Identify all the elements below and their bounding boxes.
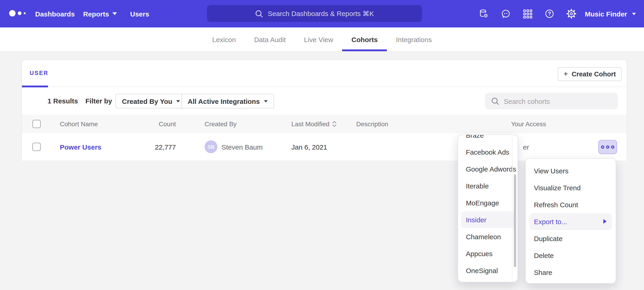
chevron-down-icon [632, 13, 636, 15]
project-switcher[interactable]: Music Finder [585, 0, 636, 28]
submenu-item-insider[interactable]: Insider [461, 211, 515, 228]
col-description[interactable]: Description [356, 115, 388, 133]
export-submenu: Braze Facebook Ads Google Adwords Iterab… [458, 134, 518, 282]
cohort-name-link[interactable]: Power Users [60, 143, 102, 151]
your-access-cell: er [523, 133, 529, 161]
tab-lexicon[interactable]: Lexicon [203, 28, 245, 51]
create-cohort-label: Create Cohort [572, 70, 616, 78]
col-last-modified[interactable]: Last Modified [292, 115, 337, 133]
last-modified-cell: Jan 6, 2021 [292, 133, 327, 161]
menu-item-duplicate[interactable]: Duplicate [526, 230, 616, 247]
submenu-item-braze[interactable]: Braze [458, 134, 518, 144]
chevron-down-icon [176, 100, 180, 102]
submenu-item-chameleon[interactable]: Chameleon [458, 228, 518, 245]
created-by-name: Steven Baum [222, 143, 262, 151]
scrollbar-thumb[interactable] [514, 174, 516, 267]
table-header: Cohort Name Count Created By Last Modifi… [22, 115, 627, 133]
tab-user-cohorts[interactable]: USER [30, 70, 48, 76]
chevron-down-icon [264, 100, 268, 102]
help-icon[interactable]: ? [538, 0, 560, 28]
menu-item-label: Export to... [534, 218, 567, 225]
nav-users-label: Users [130, 10, 149, 18]
table-row: Power Users 22,777 SB Steven Baum Jan 6,… [22, 133, 627, 161]
row-checkbox[interactable] [32, 143, 41, 151]
active-tab-underline [342, 49, 387, 51]
cohort-search [485, 93, 618, 109]
top-navbar: Dashboards Reports Users Search Dashboar… [0, 0, 644, 28]
integrations-filter-dropdown[interactable]: All Active Integrations [181, 94, 274, 108]
data-settings-icon[interactable] [473, 0, 495, 28]
ellipsis-icon [611, 146, 614, 149]
cohort-count: 22,777 [139, 133, 176, 161]
submenu-item-appcues[interactable]: Appcues [458, 245, 518, 262]
submenu-arrow-icon [603, 219, 606, 224]
global-search-placeholder: Search Dashboards & Reports ⌘K [268, 9, 374, 18]
tab-label: Data Audit [254, 36, 286, 43]
plus-icon: + [564, 70, 568, 78]
tab-label: Live View [304, 36, 333, 43]
nav-users[interactable]: Users [130, 0, 149, 28]
col-your-access[interactable]: Your Access [511, 115, 546, 133]
nav-reports-label: Reports [83, 10, 109, 18]
tab-integrations[interactable]: Integrations [387, 28, 441, 51]
tab-data-audit[interactable]: Data Audit [245, 28, 295, 51]
dropdown-value: Created By You [122, 97, 172, 105]
tab-label: Lexicon [212, 36, 236, 43]
filter-bar: 1 Results Filter by Created By You All A… [22, 87, 627, 115]
avatar: SB [204, 140, 218, 153]
menu-item-delete[interactable]: Delete [526, 247, 616, 264]
menu-item-visualize-trend[interactable]: Visualize Trend [526, 179, 616, 196]
project-name: Music Finder [585, 10, 627, 18]
col-created-by[interactable]: Created By [204, 115, 236, 133]
tab-cohorts[interactable]: Cohorts [342, 28, 387, 51]
mixpanel-logo-icon[interactable] [9, 10, 26, 17]
scrollbar-gutter [512, 135, 512, 281]
svg-text:?: ? [548, 11, 551, 17]
divider [78, 95, 78, 107]
cohorts-panel: USER + Create Cohort 1 Results Filter by… [22, 59, 627, 161]
search-icon [255, 9, 263, 18]
create-cohort-button[interactable]: + Create Cohort [558, 67, 622, 81]
select-all-checkbox[interactable] [32, 120, 41, 128]
row-actions-button[interactable] [598, 140, 617, 154]
sort-icon [332, 121, 337, 127]
cohort-type-tabstrip: USER + Create Cohort [22, 60, 627, 87]
tab-label: Cohorts [352, 36, 378, 43]
tab-live-view[interactable]: Live View [295, 28, 342, 51]
apps-grid-icon[interactable] [516, 0, 538, 28]
menu-item-share[interactable]: Share [526, 264, 616, 281]
row-context-menu: View Users Visualize Trend Refresh Count… [525, 158, 616, 283]
chevron-down-icon [112, 12, 117, 15]
dropdown-value: All Active Integrations [188, 97, 260, 105]
menu-item-export-to[interactable]: Export to... [529, 213, 612, 230]
tab-label: Integrations [396, 36, 432, 43]
cohort-search-input[interactable] [485, 93, 618, 109]
created-by-cell: SB Steven Baum [204, 133, 262, 161]
submenu-item-iterable[interactable]: Iterable [458, 178, 518, 194]
nav-dashboards[interactable]: Dashboards [35, 0, 75, 28]
filter-by-label: Filter by [86, 97, 112, 105]
submenu-item-google-adwords[interactable]: Google Adwords [458, 161, 518, 178]
col-cohort-name[interactable]: Cohort Name [60, 115, 98, 133]
ellipsis-icon [601, 146, 604, 149]
submenu-item-onesignal[interactable]: OneSignal [458, 262, 518, 279]
search-icon [491, 97, 499, 105]
created-by-filter-dropdown[interactable]: Created By You [116, 94, 186, 108]
data-management-tabs: Lexicon Data Audit Live View Cohorts Int… [0, 28, 644, 52]
submenu-item-facebook-ads[interactable]: Facebook Ads [458, 144, 518, 161]
settings-gear-icon[interactable] [560, 0, 582, 28]
global-search-button[interactable]: Search Dashboards & Reports ⌘K [207, 5, 422, 22]
cohorts-page: Dashboards Reports Users Search Dashboar… [0, 0, 644, 290]
nav-reports[interactable]: Reports [83, 0, 117, 28]
feedback-icon[interactable] [495, 0, 516, 28]
menu-item-refresh-count[interactable]: Refresh Count [526, 196, 616, 213]
submenu-item-moengage[interactable]: MoEngage [458, 194, 518, 211]
results-count: 1 Results [48, 97, 78, 105]
col-count[interactable]: Count [139, 115, 176, 133]
nav-dashboards-label: Dashboards [35, 10, 75, 18]
menu-item-view-users[interactable]: View Users [526, 162, 616, 179]
ellipsis-icon [606, 146, 610, 149]
top-right-icons: ? [473, 0, 582, 28]
col-label: Last Modified [292, 120, 330, 128]
